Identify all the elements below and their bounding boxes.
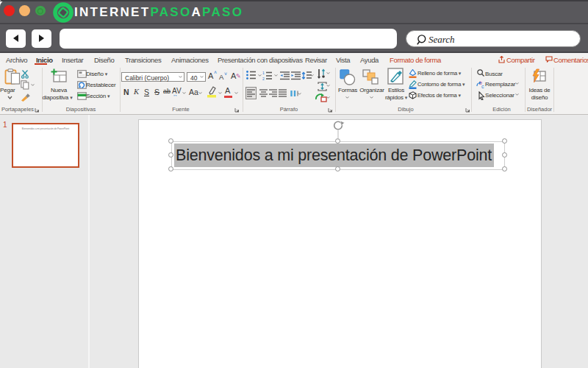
svg-text:2: 2: [262, 77, 265, 81]
svg-text:1: 1: [262, 71, 265, 75]
svg-text:c: c: [481, 84, 484, 89]
